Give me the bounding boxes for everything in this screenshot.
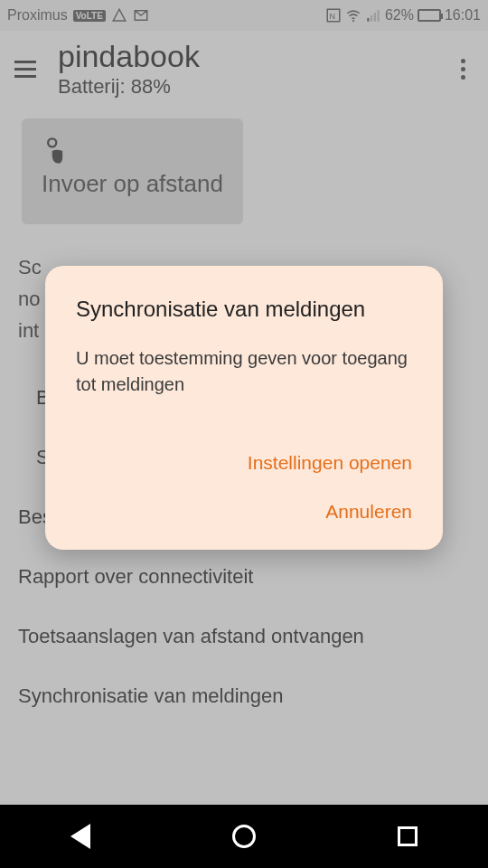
nav-back-button[interactable] xyxy=(70,824,90,849)
dialog-message: U moet toestemming geven voor toegang to… xyxy=(76,345,412,398)
back-icon xyxy=(70,824,90,849)
open-settings-button[interactable]: Instellingen openen xyxy=(248,452,412,474)
dialog-title: Synchronisatie van meldingen xyxy=(76,297,412,322)
dialog-actions: Instellingen openen Annuleren xyxy=(76,452,412,528)
system-nav-bar xyxy=(0,805,488,868)
notification-sync-dialog: Synchronisatie van meldingen U moet toes… xyxy=(45,266,443,550)
nav-home-button[interactable] xyxy=(232,825,256,848)
home-icon xyxy=(232,825,256,848)
cancel-button[interactable]: Annuleren xyxy=(325,501,412,523)
nav-recent-button[interactable] xyxy=(398,826,418,846)
recent-icon xyxy=(398,826,418,846)
